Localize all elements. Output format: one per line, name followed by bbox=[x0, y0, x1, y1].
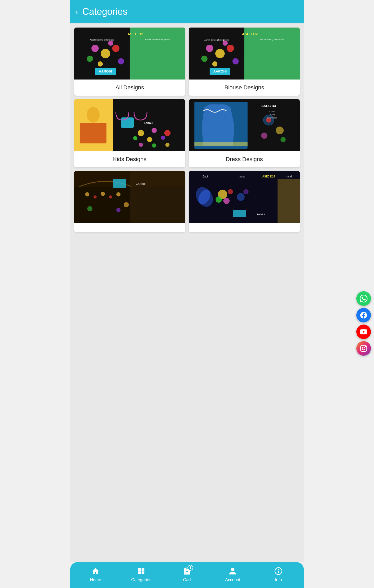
svg-point-7 bbox=[87, 56, 93, 62]
category-card-5[interactable]: AAROHI bbox=[74, 171, 185, 232]
category-image-5: AAROHI bbox=[74, 171, 185, 223]
svg-rect-79 bbox=[278, 179, 300, 223]
svg-point-34 bbox=[138, 130, 144, 136]
svg-point-19 bbox=[206, 45, 213, 52]
category-label-6 bbox=[189, 223, 300, 232]
svg-rect-62 bbox=[113, 179, 126, 188]
svg-point-53 bbox=[280, 137, 286, 142]
svg-point-6 bbox=[112, 45, 119, 52]
svg-point-76 bbox=[216, 196, 222, 203]
svg-point-21 bbox=[201, 56, 208, 62]
svg-text:AAROHI: AAROHI bbox=[257, 213, 265, 215]
category-label-5 bbox=[74, 223, 185, 232]
svg-rect-80 bbox=[233, 210, 246, 217]
category-image-kids-designs: AAROHI bbox=[74, 99, 185, 151]
svg-point-35 bbox=[151, 128, 157, 133]
svg-point-30 bbox=[87, 107, 100, 123]
svg-text:AAROHI: AAROHI bbox=[99, 69, 112, 73]
category-label-dress-designs: Dress Designs bbox=[189, 151, 300, 167]
svg-text:Sewing: Sewing bbox=[269, 114, 275, 116]
svg-text:ASEC D2: ASEC D2 bbox=[128, 32, 143, 36]
back-button[interactable]: ‹ bbox=[75, 8, 78, 16]
svg-text:Hand: Hand bbox=[285, 175, 292, 178]
svg-point-8 bbox=[118, 58, 124, 64]
category-image-all-designs: ASEC D2 Aarohi Sewing Enterprises AAROHI… bbox=[74, 28, 185, 80]
category-image-6: Back front ASEC D24 Hand AAR bbox=[189, 171, 300, 223]
svg-point-57 bbox=[85, 192, 89, 196]
svg-text:Aarohi: Aarohi bbox=[269, 110, 275, 113]
svg-text:Aarohi Sewing Enterprises: Aarohi Sewing Enterprises bbox=[90, 39, 114, 41]
category-label-blouse-designs: Blouse Designs bbox=[189, 80, 300, 96]
svg-point-36 bbox=[164, 130, 171, 136]
svg-rect-54 bbox=[194, 142, 248, 146]
svg-point-67 bbox=[87, 206, 92, 211]
svg-point-66 bbox=[116, 208, 121, 212]
svg-point-58 bbox=[94, 195, 97, 199]
svg-point-38 bbox=[147, 137, 152, 142]
svg-text:front: front bbox=[239, 175, 245, 178]
header: ‹ Categories bbox=[70, 0, 304, 23]
svg-point-59 bbox=[101, 192, 105, 196]
main-content: ASEC D2 Aarohi Sewing Enterprises AAROHI… bbox=[70, 23, 304, 562]
category-card-all-designs[interactable]: ASEC D2 Aarohi Sewing Enterprises AAROHI… bbox=[74, 28, 185, 96]
svg-rect-64 bbox=[130, 171, 185, 223]
category-card-6[interactable]: Back front ASEC D24 Hand AAR bbox=[189, 171, 300, 232]
svg-point-65 bbox=[124, 202, 129, 207]
svg-text:ASEC D2: ASEC D2 bbox=[242, 32, 258, 36]
category-card-blouse-designs[interactable]: ASEC D2 Aarohi Sewing Enterprises AAROHI… bbox=[189, 28, 300, 96]
category-image-dress-designs: ASEC D4 Aarohi Sewing Enterprises bbox=[189, 99, 300, 151]
svg-point-20 bbox=[227, 45, 234, 52]
svg-point-9 bbox=[98, 61, 103, 67]
svg-point-41 bbox=[152, 143, 156, 148]
svg-point-78 bbox=[228, 189, 233, 194]
svg-text:ASEC D4: ASEC D4 bbox=[261, 104, 276, 108]
page-title: Categories bbox=[82, 6, 128, 17]
svg-point-51 bbox=[276, 127, 284, 134]
svg-point-52 bbox=[261, 133, 267, 139]
svg-text:ASEC D24: ASEC D24 bbox=[262, 175, 275, 178]
svg-text:Aarohi Sewing Enterprises: Aarohi Sewing Enterprises bbox=[145, 38, 170, 41]
svg-text:Aarohi Sewing Enterprises: Aarohi Sewing Enterprises bbox=[204, 39, 229, 41]
category-image-blouse-designs: ASEC D2 Aarohi Sewing Enterprises AAROHI… bbox=[189, 28, 300, 80]
svg-point-82 bbox=[237, 193, 245, 201]
svg-rect-32 bbox=[121, 117, 134, 128]
svg-text:AAROHI: AAROHI bbox=[144, 122, 153, 124]
svg-point-77 bbox=[223, 198, 230, 204]
svg-point-60 bbox=[109, 195, 112, 199]
svg-point-40 bbox=[139, 143, 143, 147]
svg-point-22 bbox=[232, 58, 239, 64]
svg-text:Enterprises: Enterprises bbox=[267, 117, 277, 119]
svg-point-5 bbox=[91, 45, 99, 52]
svg-text:Back: Back bbox=[203, 175, 209, 178]
svg-point-37 bbox=[133, 136, 137, 140]
svg-point-10 bbox=[108, 41, 113, 46]
svg-point-39 bbox=[161, 136, 165, 140]
category-label-kids-designs: Kids Designs bbox=[74, 151, 185, 167]
svg-point-18 bbox=[215, 49, 225, 58]
svg-point-42 bbox=[165, 143, 170, 147]
svg-point-24 bbox=[223, 41, 228, 46]
svg-text:Aarohi Sewing Enterprises: Aarohi Sewing Enterprises bbox=[260, 38, 284, 41]
category-label-all-designs: All Designs bbox=[74, 80, 185, 96]
category-grid: ASEC D2 Aarohi Sewing Enterprises AAROHI… bbox=[74, 28, 300, 232]
svg-text:AAROHI: AAROHI bbox=[213, 69, 226, 73]
svg-rect-31 bbox=[80, 123, 106, 143]
svg-point-61 bbox=[116, 192, 121, 196]
svg-point-4 bbox=[101, 49, 110, 58]
category-card-dress-designs[interactable]: ASEC D4 Aarohi Sewing Enterprises Dres bbox=[189, 99, 300, 167]
svg-point-23 bbox=[212, 61, 217, 67]
svg-point-83 bbox=[243, 189, 249, 194]
category-card-kids-designs[interactable]: AAROHI Kids Designs bbox=[74, 99, 185, 167]
